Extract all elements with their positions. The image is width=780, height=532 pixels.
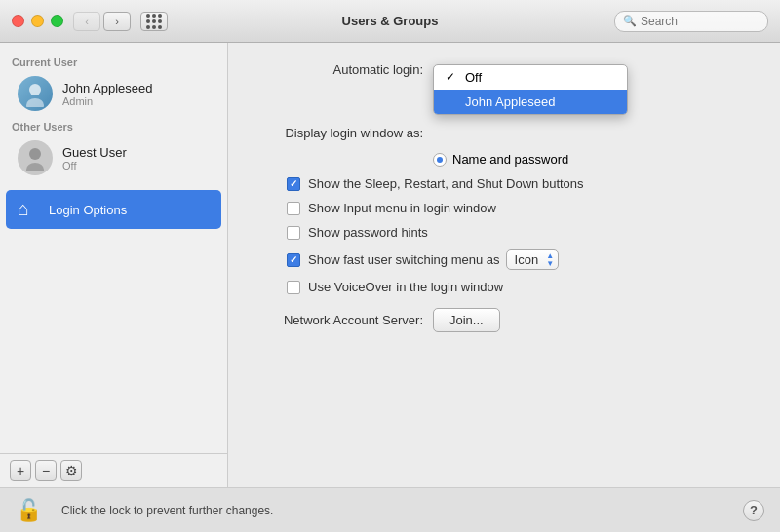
display-login-label: Display login window as: bbox=[257, 126, 423, 140]
checkbox-sleep-row: Show the Sleep, Restart, and Shut Down b… bbox=[287, 176, 751, 191]
right-panel: Automatic login: ▼ ✓ Off John Appleseed bbox=[228, 43, 780, 487]
user-info-john: John Appleseed Admin bbox=[62, 81, 153, 107]
checkbox-voiceover-label: Use VoiceOver in the login window bbox=[308, 280, 503, 294]
checkbox-voiceover[interactable] bbox=[287, 281, 300, 294]
automatic-login-menu: ✓ Off John Appleseed bbox=[433, 64, 628, 115]
svg-point-0 bbox=[29, 84, 41, 95]
remove-user-button[interactable]: − bbox=[35, 460, 57, 481]
dropdown-item-off-label: Off bbox=[465, 70, 482, 85]
checkmark-john bbox=[446, 95, 459, 108]
fast-user-select[interactable]: Icon ▲▼ bbox=[506, 249, 560, 270]
search-box[interactable]: 🔍 bbox=[614, 11, 768, 32]
radio-name-password[interactable] bbox=[433, 153, 447, 167]
help-button[interactable]: ? bbox=[743, 500, 764, 521]
grid-icon bbox=[146, 14, 162, 29]
search-input[interactable] bbox=[641, 15, 760, 28]
dropdown-item-off[interactable]: ✓ Off bbox=[434, 65, 627, 90]
checkbox-input-menu[interactable] bbox=[287, 202, 300, 215]
lock-icon-container[interactable]: 🔓 bbox=[16, 498, 52, 523]
checkbox-password-hints[interactable] bbox=[287, 226, 300, 240]
titlebar: ‹ › Users & Groups 🔍 bbox=[0, 0, 780, 43]
login-options-button[interactable]: ⌂ Login Options bbox=[6, 190, 221, 229]
other-users-section-label: Other Users bbox=[0, 117, 227, 134]
network-account-row: Network Account Server: Join... bbox=[257, 308, 751, 332]
automatic-login-dropdown-container: ▼ ✓ Off John Appleseed bbox=[433, 66, 599, 74]
fast-user-select-value: Icon bbox=[515, 252, 539, 267]
radio-name-password-row: Name and password bbox=[433, 152, 751, 167]
checkbox-password-hints-label: Show password hints bbox=[308, 225, 428, 240]
svg-point-3 bbox=[26, 163, 44, 171]
maximize-button[interactable] bbox=[51, 15, 63, 27]
traffic-lights bbox=[12, 15, 63, 27]
checkmark-off: ✓ bbox=[446, 70, 459, 84]
checkbox-sleep[interactable] bbox=[287, 177, 300, 191]
search-icon: 🔍 bbox=[623, 15, 637, 27]
checkbox-fast-user-label: Show fast user switching menu as bbox=[308, 252, 500, 267]
dropdown-item-john[interactable]: John Appleseed bbox=[434, 90, 627, 114]
avatar-guest-icon bbox=[21, 144, 49, 171]
settings-button[interactable]: ⚙ bbox=[60, 460, 82, 481]
login-options-icon: ⌂ bbox=[18, 198, 41, 221]
checkbox-input-menu-label: Show Input menu in login window bbox=[308, 201, 496, 215]
main-content: Current User John Appleseed Admin Other … bbox=[0, 43, 780, 487]
window-title: Users & Groups bbox=[342, 14, 439, 28]
avatar-john bbox=[18, 76, 53, 111]
user-name-guest: Guest User bbox=[62, 145, 127, 160]
user-name-john: John Appleseed bbox=[62, 81, 153, 95]
checkbox-password-hints-row: Show password hints bbox=[287, 225, 751, 240]
sidebar-user-list: Current User John Appleseed Admin Other … bbox=[0, 43, 227, 453]
lock-text: Click the lock to prevent further change… bbox=[61, 504, 273, 517]
nav-buttons: ‹ › bbox=[73, 12, 131, 31]
add-user-button[interactable]: + bbox=[10, 460, 31, 481]
dropdown-item-john-label: John Appleseed bbox=[465, 95, 556, 109]
automatic-login-row: Automatic login: ▼ ✓ Off John Appleseed bbox=[257, 62, 751, 77]
user-item-john[interactable]: John Appleseed Admin bbox=[6, 71, 221, 116]
user-role-guest: Off bbox=[62, 160, 127, 171]
display-login-row: Display login window as: bbox=[257, 126, 751, 140]
avatar-guest bbox=[18, 140, 53, 175]
back-button[interactable]: ‹ bbox=[73, 12, 100, 31]
user-item-guest[interactable]: Guest User Off bbox=[6, 135, 221, 180]
radio-dot bbox=[437, 157, 443, 163]
checkbox-input-menu-row: Show Input menu in login window bbox=[287, 201, 751, 215]
checkbox-sleep-label: Show the Sleep, Restart, and Shut Down b… bbox=[308, 176, 584, 191]
join-button[interactable]: Join... bbox=[433, 308, 500, 332]
grid-button[interactable] bbox=[140, 12, 168, 31]
radio-name-password-label: Name and password bbox=[452, 152, 568, 167]
checkbox-fast-user[interactable] bbox=[287, 253, 300, 267]
login-options-label: Login Options bbox=[49, 203, 127, 217]
automatic-login-label: Automatic login: bbox=[257, 62, 423, 77]
bottom-bar: 🔓 Click the lock to prevent further chan… bbox=[0, 487, 780, 532]
network-account-label: Network Account Server: bbox=[257, 313, 423, 327]
lock-icon: 🔓 bbox=[16, 498, 42, 523]
avatar-john-icon bbox=[21, 80, 49, 107]
current-user-section-label: Current User bbox=[0, 53, 227, 70]
sidebar-toolbar: + − ⚙ bbox=[0, 453, 227, 487]
user-role-john: Admin bbox=[62, 95, 153, 107]
checkbox-fast-user-row: Show fast user switching menu as Icon ▲▼ bbox=[287, 249, 751, 270]
checkbox-voiceover-row: Use VoiceOver in the login window bbox=[287, 280, 751, 294]
sidebar: Current User John Appleseed Admin Other … bbox=[0, 43, 228, 487]
user-info-guest: Guest User Off bbox=[62, 145, 127, 171]
close-button[interactable] bbox=[12, 15, 24, 27]
svg-point-1 bbox=[26, 98, 44, 107]
minimize-button[interactable] bbox=[31, 15, 44, 27]
forward-button[interactable]: › bbox=[103, 12, 131, 31]
inline-select-arrows-icon: ▲▼ bbox=[546, 252, 554, 268]
svg-point-2 bbox=[29, 148, 41, 160]
